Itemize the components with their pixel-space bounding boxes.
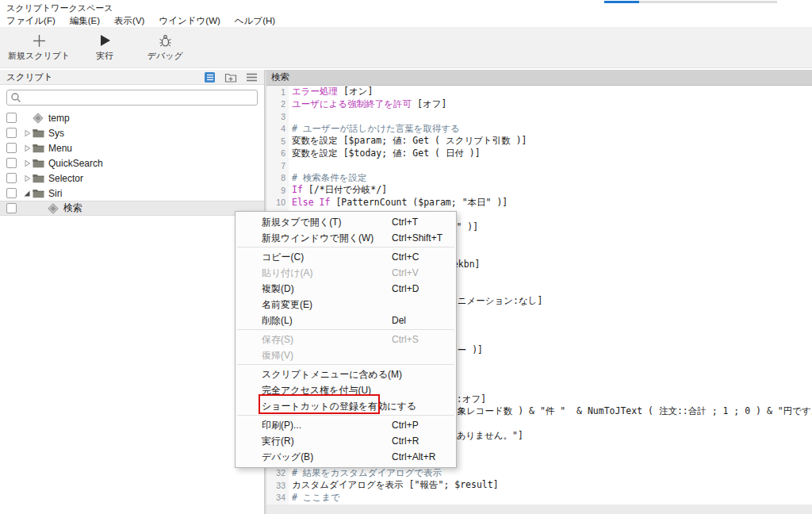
tree-item-Siri[interactable]: Siri — [0, 186, 264, 201]
view-toggle-icons — [204, 71, 264, 83]
menubar-item[interactable]: ヘルプ(H) — [228, 14, 282, 27]
tree-item-QuickSearch[interactable]: QuickSearch — [0, 155, 264, 171]
line-number: 34 — [266, 493, 285, 502]
context-menu-item[interactable]: 新規ウインドウで開く(W)Ctrl+Shift+T — [236, 230, 456, 246]
checkbox[interactable] — [6, 158, 17, 168]
script-step-row[interactable]: 10Else If [PatternCount ($param; "本日" )] — [266, 197, 812, 209]
menu-item-label: 名前変更(E) — [262, 299, 312, 310]
menu-item-label: コピー(C) — [262, 251, 304, 263]
menubar-item[interactable]: ファイル(F) — [0, 14, 63, 27]
script-list-panel: スクリプト tempSysMenuQuickSearchSelectorSiri… — [0, 70, 264, 514]
debug-button[interactable]: デバッグ — [140, 29, 190, 66]
menu-item-label: 印刷(P)... — [262, 420, 301, 431]
context-menu-item[interactable]: 名前変更(E) — [236, 297, 456, 313]
script-step-row[interactable]: 32# 結果をカスタムダイアログで表示 — [266, 467, 812, 480]
script-step-row[interactable]: 1エラー処理 [オン] — [266, 86, 812, 98]
tree-item-label: QuickSearch — [48, 158, 103, 169]
line-number: 4 — [266, 124, 285, 133]
step-text: エラー処理 [オン] — [285, 86, 373, 98]
chevron-collapsed-icon[interactable] — [21, 144, 33, 152]
run-button[interactable]: 実行 — [79, 29, 130, 66]
menu-item-shortcut: Ctrl+P — [392, 417, 419, 433]
tree-item-label: temp — [48, 113, 70, 124]
tree-item-Sys[interactable]: Sys — [0, 125, 264, 140]
script-step-row[interactable]: 2ユーザによる強制終了を許可 [オフ] — [266, 98, 812, 111]
tree-item-label: Siri — [48, 188, 62, 199]
script-step-row[interactable]: 34# ここまで — [266, 492, 812, 504]
title-bar: スクリプトワークスペース — [0, 0, 812, 14]
editor-tab-bar: 検索 — [266, 70, 812, 86]
context-menu-item[interactable]: 実行(R)Ctrl+R — [236, 433, 456, 449]
context-menu-item[interactable]: 新規タブで開く(T)Ctrl+T — [236, 214, 456, 230]
line-number: 33 — [266, 481, 285, 490]
context-menu-item[interactable]: デバッグ(B)Ctrl+Alt+R — [236, 449, 456, 465]
context-menu-item[interactable]: コピー(C)Ctrl+C — [236, 249, 456, 265]
new-script-button[interactable]: 新規スクリプト — [8, 29, 70, 66]
context-menu: 新規タブで開く(T)Ctrl+T新規ウインドウで開く(W)Ctrl+Shift+… — [235, 211, 457, 468]
context-menu-item: 復帰(V) — [236, 347, 456, 363]
step-text: カスタムダイアログを表示 ["報告"; $result] — [285, 479, 499, 491]
chevron-collapsed-icon[interactable] — [21, 175, 33, 182]
chevron-collapsed-icon[interactable] — [21, 159, 33, 167]
script-step-row[interactable]: 9If [/*日付で分岐*/] — [266, 184, 812, 197]
script-step-row[interactable]: 5変数を設定 [$param; 値: Get ( スクリプト引数 )] — [266, 135, 812, 148]
checkbox[interactable] — [6, 113, 17, 123]
menu-item-shortcut: Del — [392, 313, 406, 328]
tab-search-script[interactable]: 検索 — [266, 71, 289, 83]
line-number: 9 — [266, 186, 285, 195]
bug-icon — [159, 33, 172, 48]
script-step-row[interactable]: 7 — [266, 159, 812, 172]
step-text: # ユーザーが話しかけた言葉を取得する — [285, 123, 460, 135]
script-tree: tempSysMenuQuickSearchSelectorSiri検索 — [0, 110, 264, 216]
menu-item-shortcut: Ctrl+R — [392, 433, 419, 449]
menu-item-label: 実行(R) — [262, 435, 294, 447]
step-text: ユーザによる強制終了を許可 [オフ] — [285, 98, 446, 110]
menu-item-label: 新規ウインドウで開く(W) — [262, 232, 373, 244]
checkbox[interactable] — [6, 128, 17, 138]
menu-bar: ファイル(F)編集(E)表示(V)ウインドウ(W)ヘルプ(H) — [0, 14, 812, 27]
tree-item-検索[interactable]: 検索 — [0, 201, 264, 216]
folder-icon — [33, 188, 44, 198]
context-menu-item[interactable]: スクリプトメニューに含める(M) — [236, 366, 456, 382]
debug-label: デバッグ — [147, 50, 183, 62]
menubar-item[interactable]: 表示(V) — [107, 14, 151, 27]
script-icon — [48, 203, 59, 214]
line-number: 3 — [266, 112, 285, 121]
window-title: スクリプトワークスペース — [6, 2, 113, 14]
context-menu-item[interactable]: 印刷(P)...Ctrl+P — [236, 417, 456, 433]
tree-item-temp[interactable]: temp — [0, 110, 264, 125]
line-number: 2 — [266, 99, 285, 109]
checkbox[interactable] — [6, 173, 17, 183]
search-input[interactable] — [6, 90, 258, 105]
menubar-item[interactable]: ウインドウ(W) — [151, 14, 227, 27]
folder-icon — [33, 158, 44, 168]
menu-item-label: 貼り付け(A) — [262, 267, 313, 278]
menu-item-shortcut: Ctrl+Alt+R — [392, 449, 435, 465]
menu-item-shortcut: Ctrl+V — [392, 265, 419, 281]
context-menu-item[interactable]: 削除(L)Del — [236, 313, 456, 328]
tree-item-Selector[interactable]: Selector — [0, 171, 264, 186]
script-list-header: スクリプト — [0, 70, 264, 85]
script-step-row[interactable]: 8# 検索条件を設定 — [266, 172, 812, 185]
list-view-icon[interactable] — [204, 71, 216, 83]
checkbox[interactable] — [6, 143, 17, 153]
script-step-row[interactable]: 6変数を設定 [$today; 値: Get ( 日付 )] — [266, 148, 812, 160]
new-folder-icon[interactable] — [224, 71, 237, 83]
chevron-expanded-icon[interactable] — [21, 190, 33, 198]
tree-item-Menu[interactable]: Menu — [0, 140, 264, 155]
script-step-row[interactable]: 33カスタムダイアログを表示 ["報告"; $result] — [266, 479, 812, 492]
hamburger-menu-icon[interactable] — [246, 72, 258, 82]
context-menu-item[interactable]: 複製(D)Ctrl+D — [236, 281, 456, 297]
step-text: 変数を設定 [$param; 値: Get ( スクリプト引数 )] — [285, 135, 527, 147]
chevron-collapsed-icon[interactable] — [21, 129, 33, 137]
step-text: # 検索条件を設定 — [285, 172, 367, 184]
tree-item-label: 検索 — [63, 201, 82, 215]
line-number: 5 — [266, 136, 285, 146]
script-step-row[interactable]: 3 — [266, 110, 812, 123]
script-step-row[interactable]: 4# ユーザーが話しかけた言葉を取得する — [266, 123, 812, 136]
checkbox[interactable] — [6, 203, 17, 213]
menu-item-label: 保存(S) — [262, 334, 293, 345]
checkbox[interactable] — [6, 188, 17, 198]
menubar-item[interactable]: 編集(E) — [63, 14, 107, 27]
line-number: 7 — [266, 161, 285, 171]
